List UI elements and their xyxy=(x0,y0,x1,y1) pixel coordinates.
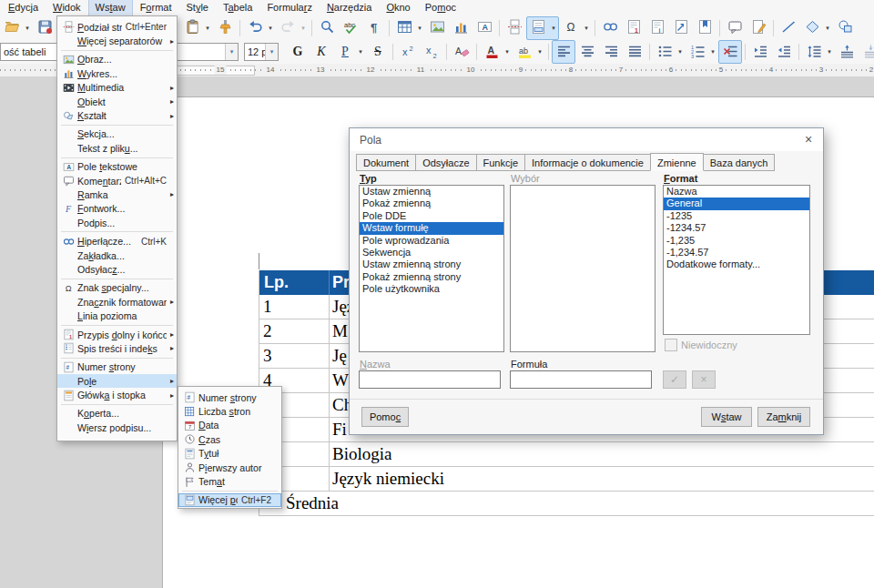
decrease-paragraph-spacing-button[interactable] xyxy=(859,41,874,63)
undo-button[interactable] xyxy=(244,17,266,39)
line-spacing-button[interactable] xyxy=(803,41,825,63)
menubar-item-format[interactable]: Format xyxy=(133,0,179,16)
menu-item-hiperłącze[interactable]: Hiperłącze...Ctrl+K xyxy=(57,234,177,248)
insert-image-button[interactable] xyxy=(426,17,448,39)
checkbox-icon[interactable] xyxy=(665,339,677,351)
wybor-listbox[interactable] xyxy=(510,185,656,352)
menu-item-ramka[interactable]: Ramka▸ xyxy=(57,188,177,201)
chevron-down-icon[interactable]: ▾ xyxy=(299,18,308,38)
bold-button[interactable]: G xyxy=(287,41,309,63)
chevron-down-icon[interactable]: ▾ xyxy=(225,44,238,60)
insert-comment-button[interactable] xyxy=(724,17,746,39)
list-item[interactable]: Ustaw zmienną xyxy=(360,186,503,198)
table-header-cell[interactable]: Lp. xyxy=(259,270,330,295)
table-row[interactable]: Biologia xyxy=(259,442,874,467)
list-item[interactable]: General xyxy=(664,198,809,209)
chevron-down-icon[interactable]: ▾ xyxy=(503,42,512,62)
track-changes-button[interactable] xyxy=(747,17,769,39)
help-button[interactable]: Pomoc xyxy=(361,407,409,427)
chevron-down-icon[interactable]: ▾ xyxy=(266,18,275,38)
clear-formatting-button[interactable]: A xyxy=(451,41,473,63)
increase-paragraph-spacing-button[interactable] xyxy=(836,41,858,63)
tab-funkcje[interactable]: Funkcje xyxy=(476,154,526,171)
list-item[interactable]: -1234.57 xyxy=(664,222,809,234)
insert-endnote-button[interactable]: i xyxy=(646,17,668,39)
submenu-item-numer-strony[interactable]: #Numer strony xyxy=(178,390,281,404)
insert-page-break-button[interactable] xyxy=(503,17,525,39)
tab-odsyłacze[interactable]: Odsyłacze xyxy=(415,154,476,171)
submenu-item-więcej-pól[interactable]: Więcej pól...Ctrl+F2 xyxy=(178,493,281,507)
chevron-down-icon[interactable]: ▾ xyxy=(356,42,365,62)
submenu-item-czas[interactable]: Czas xyxy=(178,432,281,446)
menu-item-przypis-dolny-i-końcowy[interactable]: 1Przypis dolny i końcowy▸ xyxy=(57,328,177,341)
basic-shapes-button[interactable] xyxy=(801,17,823,39)
menu-item-koperta[interactable]: Koperta... xyxy=(57,407,177,421)
find-replace-button[interactable] xyxy=(316,17,338,39)
menu-item-znak-specjalny[interactable]: ΩZnak specjalny... xyxy=(57,281,177,295)
insert-cross-reference-button[interactable] xyxy=(670,17,692,39)
menu-item-wykres[interactable]: Wykres... xyxy=(57,66,177,80)
subscript-button[interactable]: x2 xyxy=(421,41,442,63)
table-cell[interactable]: 3 xyxy=(259,344,330,368)
chevron-down-icon[interactable]: ▾ xyxy=(535,42,544,62)
menu-item-spis-treści-i-indeks[interactable]: Spis treści i indeks▸ xyxy=(57,341,177,355)
menu-item-fontwork[interactable]: FFontwork... xyxy=(57,202,177,216)
menubar-item-widok[interactable]: Widok xyxy=(46,0,88,16)
no-list-button[interactable] xyxy=(719,41,741,63)
chevron-down-icon[interactable]: ▾ xyxy=(203,18,212,38)
menu-item-kształt[interactable]: Kształt▸ xyxy=(57,108,177,122)
redo-button[interactable] xyxy=(277,17,299,39)
menubar-item-okno[interactable]: Okno xyxy=(379,0,417,16)
tab-informacje-o-dokumencie[interactable]: Informacje o dokumencie xyxy=(524,154,651,171)
align-justify-button[interactable] xyxy=(624,41,645,63)
close-button[interactable]: Zamknij xyxy=(757,407,810,427)
menu-item-tekst-z-pliku[interactable]: Tekst z pliku... xyxy=(57,141,177,155)
table-cell[interactable]: 2 xyxy=(259,319,330,343)
list-item[interactable]: Pole użytkownika xyxy=(360,283,503,295)
menubar-item-wstaw[interactable]: Wstaw xyxy=(88,0,133,16)
insert-table-button[interactable] xyxy=(393,17,415,39)
close-icon[interactable]: × xyxy=(799,131,818,147)
bullet-list-button[interactable] xyxy=(654,41,676,63)
typ-listbox[interactable]: Ustaw zmiennąPokaż zmiennąPole DDEWstaw … xyxy=(359,185,504,352)
table-cell[interactable]: Średnia xyxy=(286,492,874,515)
insert-special-char-button[interactable]: Ω xyxy=(560,17,582,39)
menubar-item-edycja[interactable]: Edycja xyxy=(1,0,46,16)
insert-bookmark-button[interactable] xyxy=(694,17,716,39)
formula-input[interactable] xyxy=(510,370,652,389)
apply-formula-button[interactable]: ✓ xyxy=(663,370,686,389)
font-size-combo[interactable]: 12 pt ▾ xyxy=(244,43,279,61)
chevron-down-icon[interactable]: ▾ xyxy=(23,18,32,38)
tab-zmienne[interactable]: Zmienne xyxy=(650,153,704,171)
formatting-marks-button[interactable]: ¶ xyxy=(363,17,385,39)
insert-field-button[interactable] xyxy=(527,17,549,39)
numbered-list-button[interactable]: 123 xyxy=(686,41,708,63)
table-summary-row[interactable]: Średnia xyxy=(259,492,874,516)
submenu-item-liczba-stron[interactable]: Liczba stron xyxy=(178,404,281,418)
menu-item-obraz[interactable]: Obraz... xyxy=(57,53,177,66)
submenu-item-temat[interactable]: Temat xyxy=(178,474,281,488)
underline-button[interactable]: P xyxy=(334,41,356,63)
menu-item-podpis[interactable]: Podpis... xyxy=(57,216,177,229)
flowchart-shapes-button[interactable] xyxy=(834,17,856,39)
clone-formatting-button[interactable] xyxy=(214,17,236,39)
list-item[interactable]: -1235 xyxy=(664,210,809,222)
list-item[interactable]: Pole wprowadzania xyxy=(360,235,503,247)
menu-item-sekcja[interactable]: Sekcja... xyxy=(57,127,177,141)
submenu-item-data[interactable]: 7Data xyxy=(178,419,281,432)
menu-item-więcej-separatorów[interactable]: Więcej separatorów▸ xyxy=(57,34,177,47)
table-cell[interactable]: Język niemiecki xyxy=(330,467,874,491)
insert-hyperlink-button[interactable] xyxy=(599,17,621,39)
open-button[interactable] xyxy=(1,17,23,39)
paste-button[interactable] xyxy=(181,17,203,39)
menu-item-znacznik-formatowania[interactable]: Znacznik formatowania▸ xyxy=(57,295,177,309)
list-item[interactable]: -1,234.57 xyxy=(664,247,809,259)
chevron-down-icon[interactable]: ▾ xyxy=(265,44,278,60)
menubar-item-tabela[interactable]: Tabela xyxy=(216,0,259,16)
insert-chart-button[interactable] xyxy=(450,17,472,39)
insert-footnote-button[interactable]: 1 xyxy=(623,17,645,39)
align-right-button[interactable] xyxy=(600,41,622,63)
table-cell[interactable]: Biologia xyxy=(330,442,874,466)
chevron-down-icon[interactable]: ▾ xyxy=(549,18,558,38)
table-row[interactable]: Język niemiecki xyxy=(259,467,874,492)
